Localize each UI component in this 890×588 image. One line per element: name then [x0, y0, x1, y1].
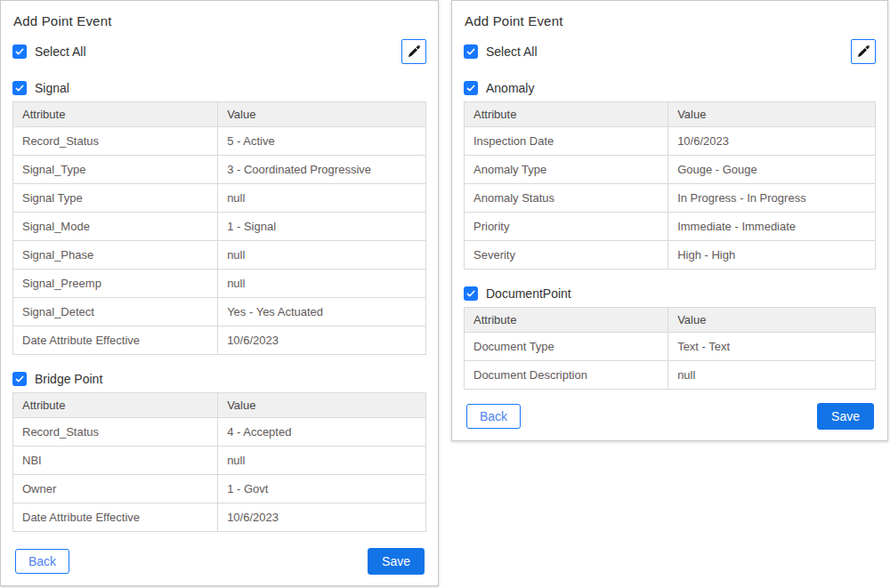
panel-footer: Back Save — [12, 548, 426, 575]
attribute-column-header: Attribute — [13, 393, 218, 418]
group-document-point-option[interactable]: DocumentPoint — [464, 286, 876, 301]
attribute-cell: Severity — [465, 241, 668, 270]
checkmark-icon — [14, 83, 25, 93]
attribute-cell: NBI — [13, 447, 218, 475]
attribute-cell: Signal Type — [13, 184, 218, 213]
group-bridge-point: Bridge Point Attribute Value Record_Stat… — [12, 372, 426, 532]
attribute-cell: Signal_Phase — [13, 241, 218, 270]
table-row: Signal_DetectYes - Yes Actuated — [13, 298, 426, 326]
table-row: Record_Status4 - Accepted — [13, 418, 426, 447]
table-row: Record_Status5 - Active — [13, 127, 426, 156]
value-cell: High - High — [668, 241, 876, 270]
table-row: Document TypeText - Text — [465, 333, 876, 361]
group-bridge-point-checkbox[interactable] — [12, 372, 27, 386]
checkmark-icon — [14, 46, 25, 57]
value-cell: null — [218, 241, 426, 270]
panel-footer: Back Save — [464, 403, 876, 430]
value-column-header: Value — [218, 393, 426, 418]
attribute-cell: Anomaly Status — [465, 184, 668, 213]
group-bridge-point-option[interactable]: Bridge Point — [12, 372, 426, 386]
select-all-option[interactable]: Select All — [12, 44, 86, 59]
value-column-header: Value — [668, 308, 876, 333]
table-row: Signal Typenull — [13, 184, 426, 213]
value-cell: null — [218, 270, 426, 298]
back-button[interactable]: Back — [15, 549, 69, 574]
group-signal-option[interactable]: Signal — [12, 81, 426, 95]
table-header-row: Attribute Value — [13, 393, 426, 418]
select-all-option[interactable]: Select All — [464, 44, 538, 59]
table-row: Inspection Date10/6/2023 — [465, 127, 876, 156]
table-row: Signal_Type3 - Coordinated Progressive — [13, 156, 426, 184]
table-header-row: Attribute Value — [465, 308, 876, 333]
attribute-cell: Date Attribute Effective — [13, 326, 218, 355]
select-all-row: Select All — [464, 39, 876, 64]
value-cell: null — [218, 447, 426, 475]
select-all-label: Select All — [486, 44, 538, 59]
table-row: Document Descriptionnull — [465, 361, 876, 390]
eyedropper-button[interactable] — [851, 39, 876, 64]
document-point-attributes-table: Attribute Value Document TypeText - Text… — [464, 307, 876, 390]
table-row: Date Attribute Effective10/6/2023 — [13, 503, 426, 532]
eyedropper-icon — [407, 44, 421, 59]
attribute-column-header: Attribute — [13, 102, 218, 127]
value-cell: 1 - Signal — [218, 213, 426, 241]
attribute-cell: Document Description — [465, 361, 668, 390]
select-all-checkbox[interactable] — [12, 44, 27, 59]
workspace: Add Point Event Select All — [0, 0, 890, 588]
select-all-row: Select All — [12, 39, 426, 64]
back-button[interactable]: Back — [466, 404, 521, 429]
checkmark-icon — [465, 83, 476, 93]
value-cell: Yes - Yes Actuated — [218, 298, 426, 326]
value-cell: 3 - Coordinated Progressive — [218, 156, 426, 184]
table-row: Anomaly TypeGouge - Gouge — [465, 156, 876, 184]
table-row: Date Attribute Effective10/6/2023 — [13, 326, 426, 355]
attribute-column-header: Attribute — [465, 102, 668, 127]
table-header-row: Attribute Value — [13, 102, 426, 127]
value-cell: In Progress - In Progress — [668, 184, 876, 213]
signal-attributes-table: Attribute Value Record_Status5 - ActiveS… — [12, 101, 426, 355]
table-row: PriorityImmediate - Immediate — [465, 213, 876, 241]
group-anomaly-checkbox[interactable] — [464, 81, 478, 95]
value-cell: null — [218, 184, 426, 213]
attribute-cell: Inspection Date — [465, 127, 668, 156]
group-signal-checkbox[interactable] — [12, 81, 27, 95]
value-cell: Gouge - Gouge — [668, 156, 876, 184]
group-bridge-point-label: Bridge Point — [35, 372, 102, 386]
value-cell: 10/6/2023 — [218, 503, 426, 532]
group-anomaly-option[interactable]: Anomaly — [464, 81, 876, 95]
attribute-cell: Signal_Preemp — [13, 270, 218, 298]
group-document-point: DocumentPoint Attribute Value Document T… — [464, 286, 876, 390]
value-cell: 10/6/2023 — [218, 326, 426, 355]
group-document-point-checkbox[interactable] — [464, 286, 478, 301]
add-point-event-panel-right: Add Point Event Select All — [451, 0, 888, 441]
value-cell: 5 - Active — [218, 127, 426, 156]
group-document-point-label: DocumentPoint — [486, 286, 571, 301]
value-cell: 10/6/2023 — [668, 127, 876, 156]
attribute-cell: Anomaly Type — [465, 156, 668, 184]
group-anomaly-label: Anomaly — [486, 81, 534, 95]
checkmark-icon — [465, 46, 476, 57]
group-anomaly: Anomaly Attribute Value Inspection Date1… — [464, 81, 876, 270]
table-row: Signal_Mode1 - Signal — [13, 213, 426, 241]
save-button[interactable]: Save — [817, 403, 874, 430]
value-cell: Text - Text — [668, 333, 876, 361]
table-row: Owner1 - Govt — [13, 475, 426, 503]
table-row: NBInull — [13, 447, 426, 475]
bridge-point-attributes-table: Attribute Value Record_Status4 - Accepte… — [12, 392, 426, 532]
value-cell: Immediate - Immediate — [668, 213, 876, 241]
attribute-cell: Record_Status — [13, 127, 218, 156]
eyedropper-button[interactable] — [401, 39, 426, 64]
page-title: Add Point Event — [465, 13, 876, 28]
select-all-checkbox[interactable] — [464, 44, 478, 59]
table-header-row: Attribute Value — [465, 102, 876, 127]
save-button[interactable]: Save — [368, 548, 425, 575]
attribute-cell: Priority — [465, 213, 668, 241]
attribute-column-header: Attribute — [465, 308, 668, 333]
table-row: Anomaly StatusIn Progress - In Progress — [465, 184, 876, 213]
attribute-cell: Document Type — [465, 333, 668, 361]
table-row: Signal_Preempnull — [13, 270, 426, 298]
select-all-label: Select All — [35, 44, 86, 59]
page-title: Add Point Event — [13, 13, 426, 28]
attribute-cell: Owner — [13, 475, 218, 503]
add-point-event-panel-left: Add Point Event Select All — [0, 0, 439, 586]
